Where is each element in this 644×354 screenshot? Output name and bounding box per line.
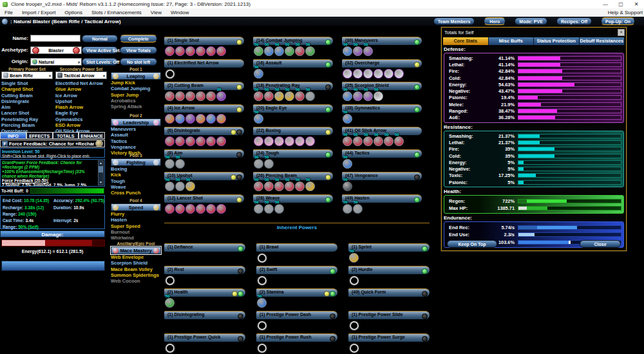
enhancement-slot[interactable]: 50 xyxy=(285,182,294,191)
power-bar-rest[interactable]: (2) Rest xyxy=(164,266,245,274)
enhancement-slot[interactable] xyxy=(196,91,205,101)
secondary-powerset-select[interactable]: Tactical Arrow ▾ xyxy=(55,71,107,79)
power-led-green[interactable] xyxy=(330,268,336,274)
enhancement-slot[interactable] xyxy=(196,136,205,146)
enhancement-slot[interactable] xyxy=(374,69,383,79)
pool-select-leadership[interactable]: Leadership xyxy=(111,118,161,126)
enhancement-slot[interactable]: 50 xyxy=(363,136,373,146)
enhancement-slot[interactable]: 50 xyxy=(264,182,274,191)
enhancement-slot[interactable]: 50 xyxy=(374,136,383,146)
power-led-black[interactable] xyxy=(422,291,428,297)
archetype-select[interactable]: Blaster xyxy=(30,46,82,54)
enhancement-slot[interactable] xyxy=(185,114,195,124)
enhancement-slot[interactable]: 50 xyxy=(353,136,363,146)
power-led-black[interactable] xyxy=(238,336,243,342)
name-input[interactable] xyxy=(30,35,80,42)
enhancement-slot[interactable]: 50 xyxy=(374,91,383,101)
enhancement-slot[interactable]: 50 xyxy=(295,91,305,101)
enhancement-slot[interactable]: 50 xyxy=(274,91,284,101)
power-bar-disintegrating[interactable]: (1) Disintegrating xyxy=(164,311,245,319)
menu-slots-enhancements[interactable]: Slots / Enhancements xyxy=(87,8,146,17)
power-bar-stamina[interactable]: (2) Stamina xyxy=(256,288,337,297)
enhancement-slot[interactable]: 50 xyxy=(384,136,393,146)
pool-item-web-envelope[interactable]: Web Envelope xyxy=(111,254,161,260)
enhancement-slot[interactable] xyxy=(165,114,175,124)
pool-item-flurry[interactable]: Flurry xyxy=(111,211,161,217)
power-led-black[interactable] xyxy=(414,174,420,180)
enhancement-slot[interactable] xyxy=(165,46,175,56)
pool-item-kick[interactable]: Kick xyxy=(111,172,161,178)
enhancement-slot[interactable]: 50 xyxy=(254,46,263,56)
power-led-green[interactable] xyxy=(414,197,420,203)
enhancement-slot[interactable] xyxy=(254,136,263,146)
enhancement-slot[interactable] xyxy=(206,204,216,214)
pool-item-vengeance[interactable]: Vengeance xyxy=(111,144,161,150)
enhancement-slot[interactable]: 50 xyxy=(305,182,315,191)
enhancement-slot[interactable] xyxy=(175,204,185,214)
power-bar-assault[interactable]: (16) Assault xyxy=(253,59,333,68)
tab-effects[interactable]: EFFECTS xyxy=(26,132,53,139)
powerset-item-aim[interactable]: Aim xyxy=(1,104,55,110)
power-bar-eagle-eye[interactable]: (20) Eagle Eye xyxy=(253,104,333,113)
enhancement-slot[interactable]: 50 xyxy=(343,136,352,146)
power-led-yellow[interactable] xyxy=(231,129,236,135)
menu-options[interactable]: Options xyxy=(60,8,87,17)
power-bar-prestige-power-slide[interactable]: (1) Prestige Power Slide xyxy=(348,311,430,319)
primary-powerset-select[interactable]: Beam Rifle ▾ xyxy=(1,71,53,79)
power-led-black[interactable] xyxy=(422,336,428,342)
tab-info[interactable]: INFO xyxy=(0,132,26,139)
enhancement-slot[interactable]: 50 xyxy=(349,253,359,263)
powerset-item-penetrating-ray[interactable]: Penetrating Ray xyxy=(1,116,55,122)
power-led-green[interactable] xyxy=(414,107,420,113)
power-led-green[interactable] xyxy=(325,39,331,45)
totals-tab-status-protection[interactable]: Status Protection xyxy=(534,37,580,45)
powerset-item-upshot[interactable]: Upshot xyxy=(55,98,109,104)
power-bar-hurdle[interactable]: (2) Hurdle xyxy=(348,266,430,274)
origin-select[interactable]: Natural ▾ xyxy=(30,58,82,66)
power-led-black[interactable] xyxy=(422,313,428,319)
menu-view[interactable]: View xyxy=(146,8,166,17)
pool-item-super-jump[interactable]: Super Jump xyxy=(111,92,161,98)
power-bar-gymnastics[interactable]: (38) Gymnastics xyxy=(342,104,422,113)
pool-item-tough[interactable]: Tough xyxy=(111,178,161,184)
pool-item-mace-beam-volley[interactable]: Mace Beam Volley xyxy=(111,266,161,272)
enhancement-slot[interactable]: 50 xyxy=(363,91,373,101)
powerset-item-electrified-net-arrow[interactable]: Electrified Net Arrow xyxy=(55,80,109,86)
enhancement-slot[interactable] xyxy=(274,136,284,146)
pool-item-whirlwind[interactable]: Whirlwind xyxy=(111,235,161,241)
enhancement-slot[interactable] xyxy=(384,69,393,79)
enhancement-slot[interactable]: 50 xyxy=(254,204,263,214)
pool-item-combat-jumping[interactable]: Combat Jumping xyxy=(111,86,161,91)
enhancement-slot[interactable] xyxy=(353,69,363,79)
enhancement-slot[interactable] xyxy=(185,136,195,146)
power-bar-health[interactable]: (2) Health xyxy=(164,288,245,297)
pool-item-maneuvers[interactable]: Maneuvers xyxy=(111,126,161,132)
empty-slot[interactable] xyxy=(350,276,359,285)
totals-tab-debuff-resistances[interactable]: Debuff Resistances xyxy=(580,37,625,45)
power-bar-prestige-power-dash[interactable]: (1) Prestige Power Dash xyxy=(256,311,337,319)
enhancement-slot[interactable]: 50 xyxy=(343,46,352,56)
pool-item-summon-spiderlings[interactable]: Summon Spiderlings xyxy=(111,272,161,278)
enhancement-slot[interactable] xyxy=(216,136,226,146)
powerset-item-flash-arrow[interactable]: Flash Arrow xyxy=(55,104,109,110)
power-led-black[interactable] xyxy=(330,313,336,319)
power-led-yellow[interactable] xyxy=(325,129,331,135)
enhancement-slot[interactable] xyxy=(206,136,216,146)
enhancement-slot[interactable]: 50 xyxy=(264,159,274,169)
power-led-green[interactable] xyxy=(325,107,331,113)
pool-select-mace-mastery[interactable]: Mace Mastery xyxy=(111,247,161,254)
pool-select-fighting[interactable]: Fighting xyxy=(111,158,161,166)
empty-slot[interactable] xyxy=(350,321,359,330)
powerset-item-eagle-eye[interactable]: Eagle Eye xyxy=(55,110,109,116)
enhancement-slot[interactable]: 50 xyxy=(394,136,404,146)
toolbar-button-team-members[interactable]: Team Members xyxy=(433,17,475,25)
pool-item-tactics[interactable]: Tactics xyxy=(111,138,161,144)
power-bar-quick-form[interactable]: (49) Quick Form xyxy=(348,288,430,297)
pool-item-web-cocoon[interactable]: Web Cocoon xyxy=(111,278,161,284)
power-bar-vengeance[interactable]: (47) Vengeance xyxy=(342,172,422,180)
enhancement-slot[interactable] xyxy=(185,46,195,56)
enhancement-slot[interactable]: 30 xyxy=(343,91,352,101)
power-led-black[interactable] xyxy=(236,174,242,180)
enhancement-slot[interactable] xyxy=(165,91,175,101)
enhancement-slot[interactable] xyxy=(196,114,205,124)
